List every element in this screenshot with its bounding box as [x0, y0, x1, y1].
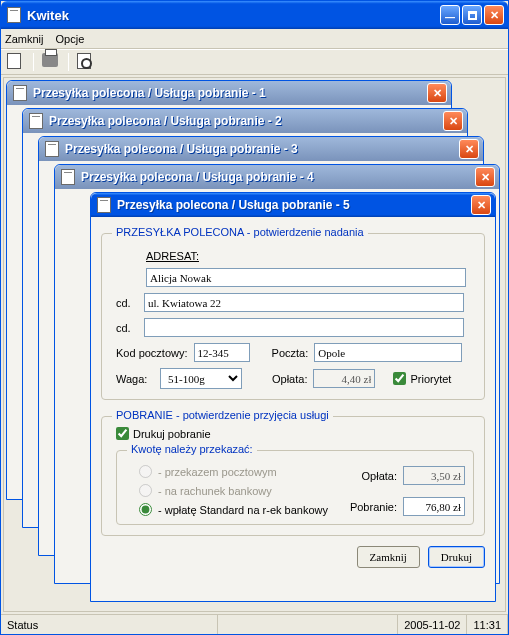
status-empty: [218, 615, 398, 634]
app-title: Kwitek: [27, 8, 440, 23]
transfer-legend: Kwotę należy przekazać:: [127, 443, 257, 455]
group-legend: POBRANIE - potwierdzenie przyjęcia usług…: [112, 409, 333, 421]
status-time: 11:31: [467, 615, 508, 634]
priority-label: Priorytet: [410, 373, 451, 385]
cod-input[interactable]: [403, 497, 465, 516]
statusbar: Status 2005-11-02 11:31: [1, 614, 508, 634]
legend-sub: - potwierdzenie nadania: [244, 226, 364, 238]
maximize-icon: [468, 11, 477, 20]
child-titlebar-4: Przesyłka polecona / Usługa pobranie - 4: [55, 165, 499, 189]
child-title-4: Przesyłka polecona / Usługa pobranie - 4: [81, 170, 475, 184]
app-icon: [7, 7, 21, 23]
legend-main: POBRANIE: [116, 409, 173, 421]
close-icon: [477, 199, 486, 212]
label-cod: Pobranie:: [350, 501, 397, 513]
print-cod-label: Drukuj pobranie: [133, 428, 211, 440]
child-close-button[interactable]: [443, 111, 463, 131]
child-window-5[interactable]: Przesyłka polecona / Usługa pobranie - 5…: [90, 192, 496, 602]
transfer-opt1: - przekazem pocztowym: [139, 465, 350, 478]
label-city: Poczta:: [272, 347, 309, 359]
child-title-3: Przesyłka polecona / Usługa pobranie - 3: [65, 142, 459, 156]
label-cd2: cd.: [116, 322, 138, 334]
transfer-group: Kwotę należy przekazać: - przekazem pocz…: [116, 450, 474, 525]
city-input[interactable]: [314, 343, 462, 362]
menu-close[interactable]: Zamknij: [5, 33, 44, 45]
label-fee1: Opłata:: [272, 373, 307, 385]
status-date: 2005-11-02: [398, 615, 467, 634]
close-icon: [465, 143, 474, 156]
close-button[interactable]: [484, 5, 504, 25]
address-line2-input[interactable]: [144, 318, 464, 337]
maximize-button[interactable]: [462, 5, 482, 25]
close-icon: [433, 87, 442, 100]
child-title-2: Przesyłka polecona / Usługa pobranie - 2: [49, 114, 443, 128]
recipient-name-input[interactable]: [146, 268, 466, 287]
transfer-opt3[interactable]: - wpłatę Standard na r-ek bankowy: [139, 503, 350, 516]
child-close-button[interactable]: [459, 139, 479, 159]
mdi-client-area: Przesyłka polecona / Usługa pobranie - 1…: [3, 77, 506, 612]
document-icon: [29, 113, 43, 129]
fee1-display: [313, 369, 375, 388]
transfer-radio-1: [139, 465, 152, 478]
cod-group: POBRANIE - potwierdzenie przyjęcia usług…: [101, 416, 485, 536]
toolbar-separator: [68, 53, 69, 71]
transfer-opt2-label: - na rachunek bankowy: [158, 485, 272, 497]
legend-sub: - potwierdzenie przyjęcia usługi: [173, 409, 329, 421]
document-icon: [97, 197, 111, 213]
print-cod-checkbox[interactable]: Drukuj pobranie: [116, 427, 474, 440]
menubar: Zamknij Opcje: [1, 29, 508, 49]
transfer-opt1-label: - przekazem pocztowym: [158, 466, 277, 478]
child-title-1: Przesyłka polecona / Usługa pobranie - 1: [33, 86, 427, 100]
minimize-icon: [445, 9, 455, 21]
document-icon: [45, 141, 59, 157]
address-line1-input[interactable]: [144, 293, 464, 312]
print-button[interactable]: [42, 53, 60, 71]
child-title-5: Przesyłka polecona / Usługa pobranie - 5: [117, 198, 471, 212]
document-icon: [13, 85, 27, 101]
transfer-radio-3[interactable]: [139, 503, 152, 516]
weight-select[interactable]: 51-100g: [160, 368, 242, 389]
print-icon: [42, 53, 58, 67]
transfer-opt3-label: - wpłatę Standard na r-ek bankowy: [158, 504, 328, 516]
print-preview-button[interactable]: [77, 53, 95, 71]
label-fee2: Opłata:: [362, 470, 397, 482]
label-postcode: Kod pocztowy:: [116, 347, 188, 359]
dialog-close-button[interactable]: Zamknij: [357, 546, 420, 568]
window-controls: [440, 5, 504, 25]
toolbar-separator: [33, 53, 34, 71]
child-titlebar-3: Przesyłka polecona / Usługa pobranie - 3: [39, 137, 483, 161]
child-titlebar-1: Przesyłka polecona / Usługa pobranie - 1: [7, 81, 451, 105]
close-icon: [490, 9, 499, 22]
document-icon: [61, 169, 75, 185]
document-icon: [7, 53, 21, 69]
child-close-button[interactable]: [427, 83, 447, 103]
main-window: Kwitek Zamknij Opcje Przesyłka polecona …: [0, 0, 509, 635]
child-close-button[interactable]: [471, 195, 491, 215]
priority-input[interactable]: [393, 372, 406, 385]
label-adresat: ADRESAT:: [146, 250, 199, 262]
postcode-input[interactable]: [194, 343, 250, 362]
child-titlebar-2: Przesyłka polecona / Usługa pobranie - 2: [23, 109, 467, 133]
print-cod-input[interactable]: [116, 427, 129, 440]
toolbar: [1, 49, 508, 75]
legend-main: PRZESYŁKA POLECONA: [116, 226, 244, 238]
transfer-opt2: - na rachunek bankowy: [139, 484, 350, 497]
main-titlebar: Kwitek: [1, 1, 508, 29]
preview-icon: [77, 53, 91, 69]
label-weight: Waga:: [116, 373, 154, 385]
close-icon: [449, 115, 458, 128]
new-doc-button[interactable]: [7, 53, 25, 71]
registered-mail-group: PRZESYŁKA POLECONA - potwierdzenie nadan…: [101, 233, 485, 400]
menu-options[interactable]: Opcje: [56, 33, 85, 45]
child-close-button[interactable]: [475, 167, 495, 187]
label-cd1: cd.: [116, 297, 138, 309]
transfer-radio-2: [139, 484, 152, 497]
fee2-display: [403, 466, 465, 485]
dialog-print-button[interactable]: Drukuj: [428, 546, 485, 568]
priority-checkbox[interactable]: Priorytet: [393, 372, 451, 385]
status-text: Status: [1, 615, 218, 634]
form-body: PRZESYŁKA POLECONA - potwierdzenie nadan…: [91, 217, 495, 578]
minimize-button[interactable]: [440, 5, 460, 25]
group-legend: PRZESYŁKA POLECONA - potwierdzenie nadan…: [112, 226, 368, 238]
child-titlebar-5: Przesyłka polecona / Usługa pobranie - 5: [91, 193, 495, 217]
